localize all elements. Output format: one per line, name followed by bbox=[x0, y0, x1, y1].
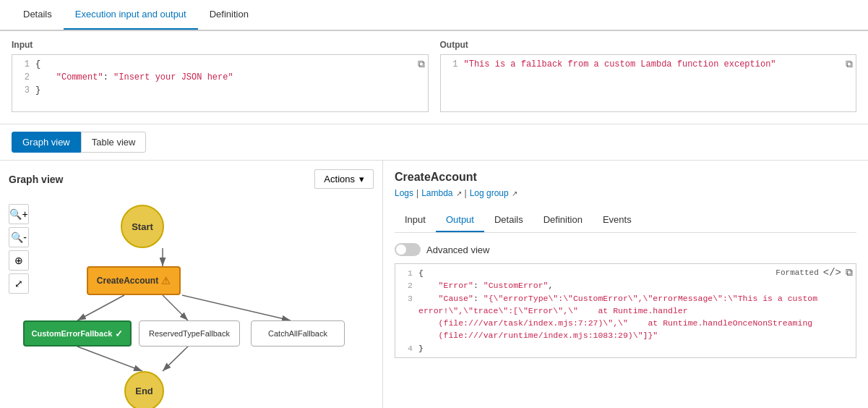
out-detail-line-4: 4 } bbox=[395, 342, 856, 354]
output-pane: Output 1 "This is a fallback from a cust… bbox=[440, 40, 857, 112]
advanced-toggle-switch[interactable] bbox=[395, 243, 421, 256]
out-detail-num-3: 3 bbox=[395, 292, 418, 318]
separator-1: | bbox=[416, 188, 418, 198]
node-reserved-type-fallback[interactable]: ReservedTypeFallback bbox=[139, 320, 240, 347]
out-detail-num-3b bbox=[395, 317, 418, 329]
table-view-button[interactable]: Table view bbox=[81, 132, 147, 153]
actions-button[interactable]: Actions ▾ bbox=[314, 169, 374, 189]
detail-tabs: Input Output Details Definition Events bbox=[395, 208, 856, 233]
output-label: Output bbox=[440, 40, 857, 50]
detail-tab-output[interactable]: Output bbox=[436, 208, 484, 232]
graph-panel: Graph view Actions ▾ 🔍+ 🔍- ⊕ ⤢ bbox=[0, 161, 383, 408]
node-create-account-label: CreateAccount bbox=[97, 276, 158, 286]
out-detail-num-3c bbox=[395, 329, 418, 341]
detail-title: CreateAccount bbox=[395, 171, 856, 184]
log-group-link[interactable]: Log group bbox=[470, 188, 509, 198]
svg-line-5 bbox=[77, 347, 142, 371]
input-copy-button[interactable]: ⧉ bbox=[418, 58, 425, 70]
node-custom-error-label: CustomErrorFallback bbox=[32, 329, 113, 338]
warning-icon: ⚠ bbox=[161, 275, 171, 286]
input-line-3: 3 } bbox=[12, 84, 428, 97]
output-code-box: 1 "This is a fallback from a custom Lamb… bbox=[440, 54, 857, 112]
advanced-view-label: Advanced view bbox=[426, 245, 489, 255]
input-pane: Input 1 { 2 "Comment": "Insert your JSON… bbox=[12, 40, 429, 112]
detail-tab-input[interactable]: Input bbox=[395, 208, 436, 232]
input-label: Input bbox=[12, 40, 429, 50]
tab-details[interactable]: Details bbox=[12, 0, 64, 30]
toggle-knob bbox=[396, 245, 406, 255]
output-line-1: 1 "This is a fallback from a custom Lamb… bbox=[441, 58, 856, 71]
line-num-1: 1 bbox=[12, 58, 35, 71]
out-detail-num-2: 2 bbox=[395, 279, 418, 292]
output-detail-copy-button[interactable]: ⧉ bbox=[846, 267, 853, 279]
node-custom-error-fallback[interactable]: CustomErrorFallback ✓ bbox=[23, 320, 132, 347]
top-tab-bar: Details Execution input and output Defin… bbox=[0, 0, 868, 31]
graph-header: Graph view Actions ▾ bbox=[9, 169, 374, 189]
tab-execution[interactable]: Execution input and output bbox=[64, 0, 198, 30]
svg-line-4 bbox=[182, 295, 291, 320]
line-num-3: 3 bbox=[12, 84, 35, 97]
input-line-2: 2 "Comment": "Insert your JSON here" bbox=[12, 71, 428, 84]
output-detail-code-box: Formatted </> ⧉ 1 { 2 "Error": "CustomEr… bbox=[395, 263, 856, 358]
main-content: Graph view Actions ▾ 🔍+ 🔍- ⊕ ⤢ bbox=[0, 161, 868, 408]
actions-label: Actions bbox=[324, 174, 355, 184]
input-line-1: 1 { bbox=[12, 58, 428, 71]
out-detail-num-4: 4 bbox=[395, 342, 418, 354]
detail-tab-definition[interactable]: Definition bbox=[533, 208, 593, 232]
graph-view-button[interactable]: Graph view bbox=[12, 132, 81, 153]
node-catch-all-label: CatchAllFallback bbox=[268, 329, 327, 338]
detail-links: Logs | Lambda ↗ | Log group ↗ bbox=[395, 188, 856, 198]
separator-2: | bbox=[465, 188, 467, 198]
out-detail-num-1: 1 bbox=[395, 267, 418, 279]
node-start-label: Start bbox=[132, 221, 153, 232]
line-num-2: 2 bbox=[12, 71, 35, 84]
svg-line-3 bbox=[163, 295, 188, 320]
svg-line-2 bbox=[77, 295, 124, 320]
logs-link[interactable]: Logs bbox=[395, 188, 413, 198]
graph-title: Graph view bbox=[9, 174, 63, 185]
input-code-box: 1 { 2 "Comment": "Insert your JSON here"… bbox=[12, 54, 429, 112]
formatted-label: Formatted bbox=[775, 268, 818, 277]
code-view-icon[interactable]: </> bbox=[823, 267, 841, 279]
node-start[interactable]: Start bbox=[121, 205, 164, 248]
detail-tab-events[interactable]: Events bbox=[593, 208, 642, 232]
external-icon-1: ↗ bbox=[456, 190, 462, 197]
output-code-header: Formatted </> ⧉ bbox=[775, 267, 853, 279]
node-end-label: End bbox=[135, 386, 153, 396]
io-section: Input 1 { 2 "Comment": "Insert your JSON… bbox=[0, 31, 868, 124]
detail-panel: CreateAccount Logs | Lambda ↗ | Log grou… bbox=[383, 161, 868, 408]
out-line-num-1: 1 bbox=[441, 58, 464, 71]
tab-definition[interactable]: Definition bbox=[198, 0, 260, 30]
output-copy-button[interactable]: ⧉ bbox=[846, 58, 853, 70]
view-toggle: Graph view Table view bbox=[0, 124, 868, 161]
out-detail-line-2: 2 "Error": "CustomError", bbox=[395, 279, 856, 292]
node-catch-all-fallback[interactable]: CatchAllFallback bbox=[251, 320, 345, 347]
node-end[interactable]: End bbox=[124, 371, 164, 408]
out-detail-line-3b: (file:///var/task/index.mjs:7:27)\",\" a… bbox=[395, 317, 856, 329]
node-create-account[interactable]: CreateAccount ⚠ bbox=[87, 266, 181, 295]
top-tabs-container: Details Execution input and output Defin… bbox=[0, 0, 868, 30]
node-reserved-type-label: ReservedTypeFallback bbox=[149, 329, 230, 338]
actions-chevron-icon: ▾ bbox=[359, 174, 364, 184]
graph-arrows-svg bbox=[9, 197, 374, 408]
graph-canvas: Start CreateAccount ⚠ CustomErrorFallbac… bbox=[9, 197, 374, 408]
check-circle-icon: ✓ bbox=[115, 328, 123, 339]
detail-tab-details[interactable]: Details bbox=[484, 208, 533, 232]
lambda-link[interactable]: Lambda bbox=[421, 188, 452, 198]
svg-line-6 bbox=[163, 347, 188, 371]
out-detail-line-3: 3 "Cause": "{\"errorType\":\"CustomError… bbox=[395, 292, 856, 318]
out-detail-line-3c: (file:///var/runtime/index.mjs:1083:29)\… bbox=[395, 329, 856, 341]
external-icon-2: ↗ bbox=[512, 190, 517, 197]
advanced-view-toggle: Advanced view bbox=[395, 243, 856, 256]
